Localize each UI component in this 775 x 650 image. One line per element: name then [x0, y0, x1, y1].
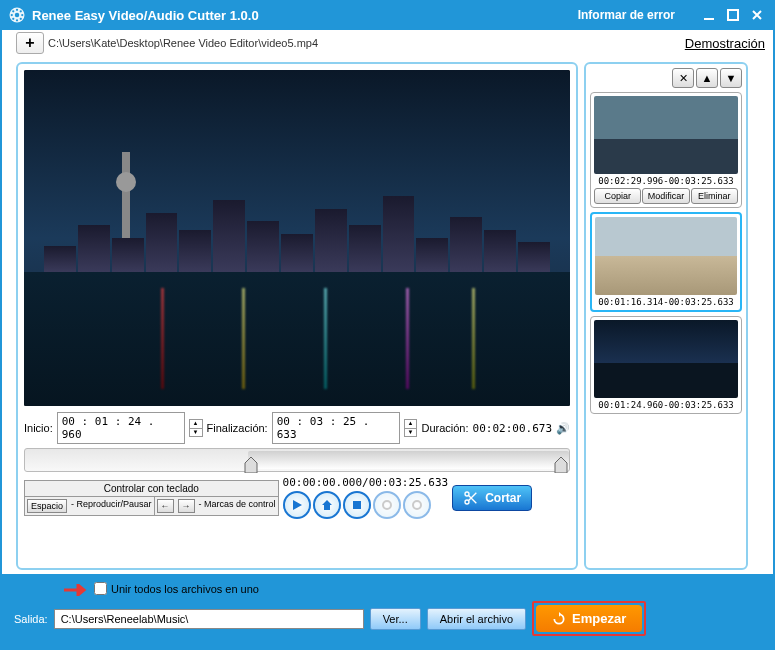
svg-point-13 [383, 501, 391, 509]
start-time-spinner[interactable]: ▲▼ [189, 419, 203, 437]
clip-time: 00:01:24.960-00:03:25.633 [594, 400, 738, 410]
browse-button[interactable]: Ver... [370, 608, 421, 630]
clip-thumbnail [594, 320, 738, 398]
svg-rect-12 [353, 501, 361, 509]
player-frame: Inicio: 00 : 01 : 24 . 960 ▲▼ Finalizaci… [16, 62, 578, 570]
minimize-button[interactable] [699, 5, 719, 25]
svg-rect-11 [728, 10, 738, 20]
svg-point-8 [12, 18, 14, 20]
trim-slider[interactable] [24, 448, 570, 472]
clip-move-up-button[interactable]: ▲ [696, 68, 718, 88]
clip-item[interactable]: 00:02:29.996-00:03:25.633 Copiar Modific… [590, 92, 742, 208]
play-button[interactable] [283, 491, 311, 519]
open-file-button[interactable]: Abrir el archivo [427, 608, 526, 630]
main-area: Inicio: 00 : 01 : 24 . 960 ▲▼ Finalizaci… [2, 56, 773, 574]
duration-label: Duración: [421, 422, 468, 434]
clip-copy-button[interactable]: Copiar [594, 188, 641, 204]
clip-time: 00:02:29.996-00:03:25.633 [594, 176, 738, 186]
start-button[interactable]: Empezar [536, 605, 642, 632]
report-error-link[interactable]: Informar de error [578, 8, 675, 22]
output-path-input[interactable] [54, 609, 364, 629]
join-files-checkbox[interactable] [94, 582, 107, 595]
app-title: Renee Easy Video/Audio Cutter 1.0.0 [32, 8, 578, 23]
titlebar: Renee Easy Video/Audio Cutter 1.0.0 Info… [0, 0, 775, 30]
bottom-bar: Unir todos los archivos en uno Salida: V… [0, 574, 775, 646]
video-preview[interactable] [24, 70, 570, 406]
trim-handle-end[interactable] [553, 457, 569, 473]
mark-in-button[interactable] [373, 491, 401, 519]
file-row: + C:\Users\Kate\Desktop\Renee Video Edit… [2, 30, 773, 56]
output-row: Salida: Ver... Abrir el archivo Empezar [14, 601, 761, 636]
svg-point-7 [20, 10, 22, 12]
svg-point-4 [11, 14, 13, 16]
join-row: Unir todos los archivos en uno [94, 582, 761, 595]
key-right-icon: → [178, 499, 195, 513]
add-file-button[interactable]: + [16, 32, 44, 54]
player-column: Inicio: 00 : 01 : 24 . 960 ▲▼ Finalizaci… [16, 62, 578, 570]
keyboard-controls-row: Controlar con teclado Espacio - Reproduc… [24, 476, 570, 519]
clip-delete-button[interactable]: ✕ [672, 68, 694, 88]
clip-item[interactable]: 00:01:24.960-00:03:25.633 [590, 316, 742, 414]
clip-move-down-button[interactable]: ▼ [720, 68, 742, 88]
clip-time: 00:01:16.314-00:03:25.633 [595, 297, 737, 307]
start-highlight: Empezar [532, 601, 646, 636]
refresh-icon [552, 612, 566, 626]
stop-button[interactable] [343, 491, 371, 519]
time-row: Inicio: 00 : 01 : 24 . 960 ▲▼ Finalizaci… [24, 412, 570, 444]
start-time-input[interactable]: 00 : 01 : 24 . 960 [57, 412, 185, 444]
svg-rect-10 [704, 18, 714, 20]
start-time-label: Inicio: [24, 422, 53, 434]
keyboard-header: Controlar con teclado [25, 481, 278, 496]
key-space-label: - Reproducir/Pausar [69, 497, 154, 515]
keyboard-panel: Controlar con teclado Espacio - Reproduc… [24, 480, 279, 516]
duration-value: 00:02:00.673 [473, 422, 552, 435]
end-time-input[interactable]: 00 : 03 : 25 . 633 [272, 412, 400, 444]
clip-item[interactable]: 00:01:16.314-00:03:25.633 [590, 212, 742, 312]
volume-icon[interactable]: 🔊 [556, 422, 570, 435]
cut-button[interactable]: Cortar [452, 485, 532, 511]
demo-link[interactable]: Demostración [685, 36, 765, 51]
svg-point-9 [20, 18, 22, 20]
end-time-spinner[interactable]: ▲▼ [404, 419, 418, 437]
svg-point-14 [413, 501, 421, 509]
key-left-icon: ← [157, 499, 174, 513]
svg-point-2 [16, 9, 18, 11]
close-button[interactable] [747, 5, 767, 25]
clip-modify-button[interactable]: Modificar [642, 188, 689, 204]
maximize-button[interactable] [723, 5, 743, 25]
svg-point-3 [16, 19, 18, 21]
svg-point-5 [21, 14, 23, 16]
key-arrows-label: - Marcas de control [197, 497, 278, 515]
clip-thumbnail [594, 96, 738, 174]
trim-handle-start[interactable] [243, 457, 259, 473]
clip-delete-action-button[interactable]: Eliminar [691, 188, 738, 204]
file-path: C:\Users\Kate\Desktop\Renee Video Editor… [48, 37, 685, 49]
scissors-icon [463, 490, 479, 506]
end-time-label: Finalización: [207, 422, 268, 434]
svg-point-6 [12, 10, 14, 12]
clips-panel: ✕ ▲ ▼ 00:02:29.996-00:03:25.633 Copiar M… [584, 62, 748, 570]
red-arrow-icon [64, 584, 90, 596]
position-time: 00:00:00.000/00:03:25.633 [283, 476, 449, 489]
home-button[interactable] [313, 491, 341, 519]
join-files-label: Unir todos los archivos en uno [111, 583, 259, 595]
clip-thumbnail [595, 217, 737, 295]
key-space: Espacio [27, 499, 67, 513]
output-label: Salida: [14, 613, 48, 625]
app-logo-icon [8, 6, 26, 24]
mark-out-button[interactable] [403, 491, 431, 519]
svg-point-1 [15, 13, 20, 18]
